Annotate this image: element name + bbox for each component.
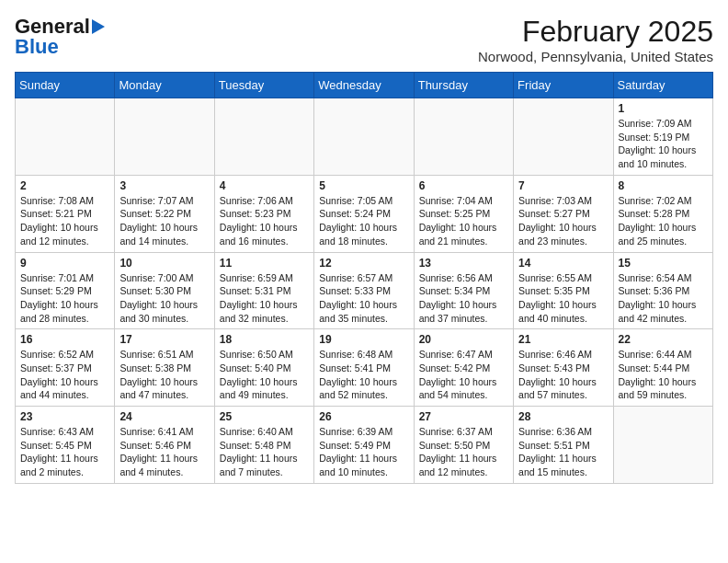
day-number: 15 (619, 257, 708, 270)
day-info: Sunrise: 6:51 AMSunset: 5:38 PMDaylight:… (119, 348, 209, 402)
day-info: Sunrise: 6:37 AMSunset: 5:50 PMDaylight:… (419, 425, 508, 479)
day-info: Sunrise: 6:39 AMSunset: 5:49 PMDaylight:… (319, 425, 408, 479)
calendar-cell: 13Sunrise: 6:56 AMSunset: 5:34 PMDayligh… (414, 252, 513, 329)
calendar-cell: 19Sunrise: 6:48 AMSunset: 5:41 PMDayligh… (314, 329, 414, 407)
day-info: Sunrise: 6:44 AMSunset: 5:44 PMDaylight:… (619, 348, 708, 402)
calendar-cell: 17Sunrise: 6:51 AMSunset: 5:38 PMDayligh… (115, 329, 214, 407)
day-number: 18 (220, 333, 309, 346)
calendar-cell: 6Sunrise: 7:04 AMSunset: 5:25 PMDaylight… (414, 175, 513, 252)
calendar-cell (514, 98, 613, 176)
calendar-cell: 26Sunrise: 6:39 AMSunset: 5:49 PMDayligh… (314, 407, 414, 484)
week-row-1: 1Sunrise: 7:09 AMSunset: 5:19 PMDaylight… (16, 98, 713, 176)
calendar-cell: 20Sunrise: 6:47 AMSunset: 5:42 PMDayligh… (414, 329, 513, 407)
page-subtitle: Norwood, Pennsylvania, United States (478, 49, 713, 64)
day-info: Sunrise: 6:52 AMSunset: 5:37 PMDaylight:… (20, 348, 109, 402)
week-row-2: 2Sunrise: 7:08 AMSunset: 5:21 PMDaylight… (16, 175, 713, 252)
weekday-header-saturday: Saturday (613, 73, 712, 98)
day-info: Sunrise: 7:06 AMSunset: 5:23 PMDaylight:… (220, 194, 309, 248)
day-info: Sunrise: 6:57 AMSunset: 5:33 PMDaylight:… (319, 271, 408, 326)
day-number: 13 (419, 257, 508, 270)
calendar-cell: 3Sunrise: 7:07 AMSunset: 5:22 PMDaylight… (115, 175, 214, 252)
day-number: 12 (319, 257, 408, 270)
calendar-cell: 24Sunrise: 6:41 AMSunset: 5:46 PMDayligh… (115, 407, 214, 484)
day-info: Sunrise: 7:00 AMSunset: 5:30 PMDaylight:… (119, 271, 209, 326)
day-info: Sunrise: 6:41 AMSunset: 5:46 PMDaylight:… (119, 425, 209, 479)
page-title: February 2025 (478, 15, 713, 49)
calendar-cell: 18Sunrise: 6:50 AMSunset: 5:40 PMDayligh… (214, 329, 313, 407)
day-number: 1 (619, 102, 708, 115)
day-info: Sunrise: 6:56 AMSunset: 5:34 PMDaylight:… (419, 271, 508, 326)
day-number: 5 (319, 179, 408, 192)
title-block: February 2025 Norwood, Pennsylvania, Uni… (478, 15, 713, 64)
calendar-cell: 15Sunrise: 6:54 AMSunset: 5:36 PMDayligh… (613, 252, 712, 329)
week-row-5: 23Sunrise: 6:43 AMSunset: 5:45 PMDayligh… (16, 407, 713, 484)
day-info: Sunrise: 7:07 AMSunset: 5:22 PMDaylight:… (119, 194, 209, 248)
day-info: Sunrise: 7:05 AMSunset: 5:24 PMDaylight:… (319, 194, 408, 248)
day-info: Sunrise: 6:46 AMSunset: 5:43 PMDaylight:… (518, 348, 608, 402)
calendar-cell: 11Sunrise: 6:59 AMSunset: 5:31 PMDayligh… (214, 252, 313, 329)
day-info: Sunrise: 7:02 AMSunset: 5:28 PMDaylight:… (619, 194, 708, 248)
day-number: 26 (319, 410, 408, 423)
calendar-cell: 22Sunrise: 6:44 AMSunset: 5:44 PMDayligh… (613, 329, 712, 407)
calendar-cell: 27Sunrise: 6:37 AMSunset: 5:50 PMDayligh… (414, 407, 513, 484)
week-row-4: 16Sunrise: 6:52 AMSunset: 5:37 PMDayligh… (16, 329, 713, 407)
day-number: 8 (619, 179, 708, 192)
day-number: 7 (518, 179, 608, 192)
day-number: 9 (20, 257, 109, 270)
day-number: 14 (518, 257, 608, 270)
calendar-cell (314, 98, 414, 176)
day-info: Sunrise: 7:08 AMSunset: 5:21 PMDaylight:… (20, 194, 109, 248)
day-number: 21 (518, 333, 608, 346)
weekday-header-friday: Friday (514, 73, 613, 98)
calendar-cell: 9Sunrise: 7:01 AMSunset: 5:29 PMDaylight… (16, 252, 115, 329)
day-number: 17 (119, 333, 209, 346)
day-number: 24 (119, 410, 209, 423)
weekday-header-thursday: Thursday (414, 73, 513, 98)
day-number: 20 (419, 333, 508, 346)
day-number: 6 (419, 179, 508, 192)
day-info: Sunrise: 6:40 AMSunset: 5:48 PMDaylight:… (220, 425, 309, 479)
calendar-cell: 5Sunrise: 7:05 AMSunset: 5:24 PMDaylight… (314, 175, 414, 252)
calendar-cell: 10Sunrise: 7:00 AMSunset: 5:30 PMDayligh… (115, 252, 214, 329)
page-header: General Blue February 2025 Norwood, Penn… (15, 15, 713, 64)
day-info: Sunrise: 6:54 AMSunset: 5:36 PMDaylight:… (619, 271, 708, 326)
logo-blue: Blue (15, 35, 59, 59)
calendar-cell (115, 98, 214, 176)
day-number: 19 (319, 333, 408, 346)
calendar-cell: 7Sunrise: 7:03 AMSunset: 5:27 PMDaylight… (514, 175, 613, 252)
day-info: Sunrise: 7:01 AMSunset: 5:29 PMDaylight:… (20, 271, 109, 326)
logo-arrow-icon (92, 19, 105, 34)
calendar-cell (214, 98, 313, 176)
day-number: 10 (119, 257, 209, 270)
weekday-header-wednesday: Wednesday (314, 73, 414, 98)
weekday-header-tuesday: Tuesday (214, 73, 313, 98)
week-row-3: 9Sunrise: 7:01 AMSunset: 5:29 PMDaylight… (16, 252, 713, 329)
weekday-header-sunday: Sunday (16, 73, 115, 98)
calendar-cell: 28Sunrise: 6:36 AMSunset: 5:51 PMDayligh… (514, 407, 613, 484)
calendar-cell: 23Sunrise: 6:43 AMSunset: 5:45 PMDayligh… (16, 407, 115, 484)
day-number: 28 (518, 410, 608, 423)
weekday-header-row: SundayMondayTuesdayWednesdayThursdayFrid… (16, 73, 713, 98)
day-info: Sunrise: 6:59 AMSunset: 5:31 PMDaylight:… (220, 271, 309, 326)
calendar-table: SundayMondayTuesdayWednesdayThursdayFrid… (15, 72, 713, 484)
calendar-cell: 25Sunrise: 6:40 AMSunset: 5:48 PMDayligh… (214, 407, 313, 484)
day-info: Sunrise: 6:43 AMSunset: 5:45 PMDaylight:… (20, 425, 109, 479)
day-number: 3 (119, 179, 209, 192)
day-info: Sunrise: 6:47 AMSunset: 5:42 PMDaylight:… (419, 348, 508, 402)
day-info: Sunrise: 7:04 AMSunset: 5:25 PMDaylight:… (419, 194, 508, 248)
calendar-cell (414, 98, 513, 176)
day-number: 11 (220, 257, 309, 270)
day-info: Sunrise: 6:50 AMSunset: 5:40 PMDaylight:… (220, 348, 309, 402)
calendar-cell: 12Sunrise: 6:57 AMSunset: 5:33 PMDayligh… (314, 252, 414, 329)
calendar-cell: 21Sunrise: 6:46 AMSunset: 5:43 PMDayligh… (514, 329, 613, 407)
calendar-cell: 4Sunrise: 7:06 AMSunset: 5:23 PMDaylight… (214, 175, 313, 252)
calendar-cell (16, 98, 115, 176)
day-number: 23 (20, 410, 109, 423)
day-info: Sunrise: 6:36 AMSunset: 5:51 PMDaylight:… (518, 425, 608, 479)
day-info: Sunrise: 7:03 AMSunset: 5:27 PMDaylight:… (518, 194, 608, 248)
day-number: 22 (619, 333, 708, 346)
calendar-cell: 2Sunrise: 7:08 AMSunset: 5:21 PMDaylight… (16, 175, 115, 252)
calendar-cell: 16Sunrise: 6:52 AMSunset: 5:37 PMDayligh… (16, 329, 115, 407)
calendar-cell: 14Sunrise: 6:55 AMSunset: 5:35 PMDayligh… (514, 252, 613, 329)
day-number: 25 (220, 410, 309, 423)
